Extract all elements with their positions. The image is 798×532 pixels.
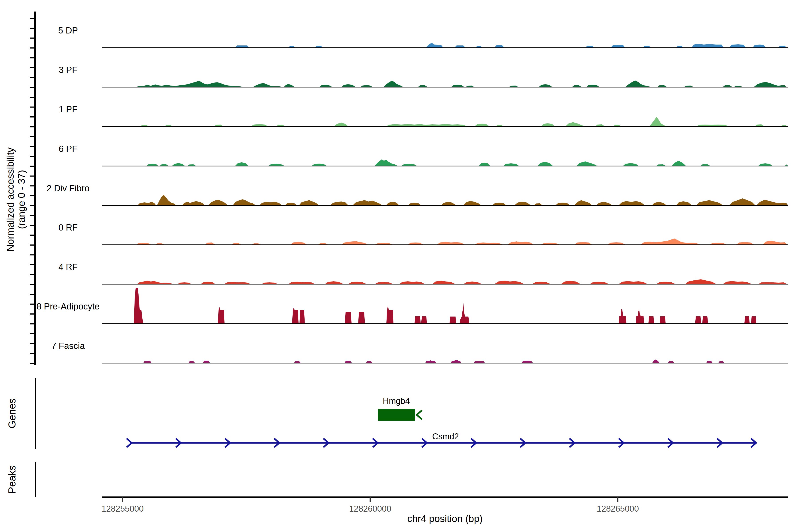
coverage-track-2-div-fibro: 2 Div Fibro [46,183,788,206]
coverage-track-3-pf: 3 PF [59,65,788,87]
coverage-track-8-pre-adipocyte: 8 Pre-Adipocyte [37,288,788,324]
signal-area-2-div-fibro [137,195,788,206]
coverage-track-5-dp: 5 DP [58,25,788,48]
coverage-track-4-rf: 4 RF [58,262,788,284]
x-axis-title: chr4 position (bp) [407,513,483,524]
signal-area-8-pre-adipocyte [134,288,756,324]
y-axis-title-line2: (range 0 - 37) [16,170,27,229]
genome-coverage-figure: Normalized accessibility(range 0 - 37)5 … [0,0,798,532]
signal-area-0-rf [136,239,787,245]
track-label-8-pre-adipocyte: 8 Pre-Adipocyte [37,302,100,311]
coverage-track-7-fascia: 7 Fascia [51,341,788,363]
track-label-0-rf: 0 RF [58,223,78,232]
section-label-peaks: Peaks [6,465,18,494]
x-axis-tick-label: 128260000 [349,504,391,513]
section-label-genes: Genes [6,398,18,429]
signal-area-1-pf [140,117,787,127]
coverage-plot-svg: Normalized accessibility(range 0 - 37)5 … [0,0,798,532]
section-peaks: Peaks [6,462,36,497]
x-axis: 128255000128260000128265000chr4 position… [101,497,788,524]
y-axis-title-line1: Normalized accessibility [5,147,16,251]
coverage-track-1-pf: 1 PF [59,104,788,127]
coverage-track-6-pf: 6 PF [59,144,788,166]
track-label-4-rf: 4 RF [58,262,78,272]
signal-area-5-dp [235,43,786,48]
track-label-7-fascia: 7 Fascia [51,341,85,351]
signal-area-7-fascia [143,360,724,363]
track-label-5-dp: 5 DP [58,25,78,35]
signal-area-6-pf [146,159,788,166]
track-label-2-div-fibro: 2 Div Fibro [46,183,89,193]
gene-body-hmgb4 [378,409,415,421]
coverage-track-0-rf: 0 RF [58,223,788,245]
track-label-3-pf: 3 PF [59,65,77,75]
x-axis-tick-label: 128265000 [597,504,639,513]
gene-label-hmgb4: Hmgb4 [383,396,410,406]
y-axis: Normalized accessibility(range 0 - 37) [5,12,35,365]
genes-annotation: Hmgb4Csmd2 [127,396,756,447]
gene-label-csmd2: Csmd2 [432,432,459,441]
gene-strand-arrow-left-icon [417,410,422,420]
signal-area-3-pf [136,80,787,87]
track-label-6-pf: 6 PF [59,144,77,154]
gene-strand-arrow-right-icon [127,438,132,447]
track-label-1-pf: 1 PF [59,104,77,114]
x-axis-tick-label: 128255000 [101,504,144,513]
section-genes: Genes [6,378,36,449]
signal-area-4-rf [137,279,787,284]
